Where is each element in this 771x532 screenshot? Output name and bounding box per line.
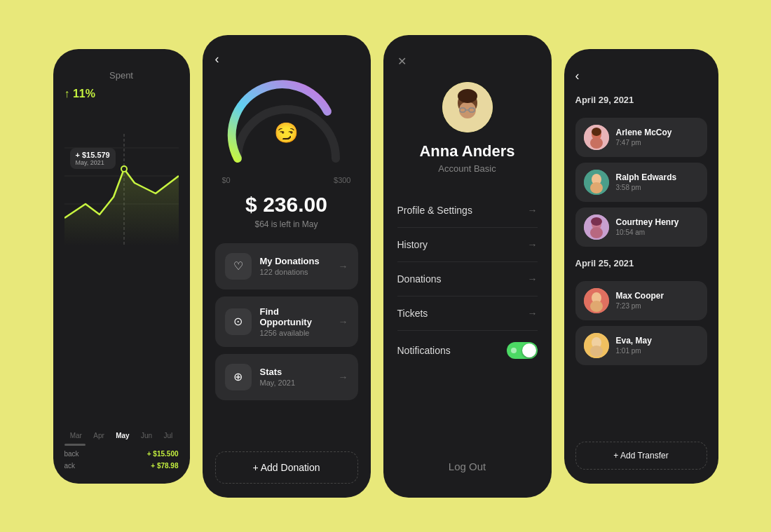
courtney-name: Courtney Henry [616, 217, 699, 227]
profile-name: Anna Anders [397, 142, 538, 161]
ralph-time: 3:58 pm [616, 184, 699, 191]
profile-screen-phone: ✕ [383, 35, 552, 498]
profile-menu: Profile & Settings → History → Donations… [397, 193, 538, 442]
stats-card[interactable]: ⊕ Stats May, 2021 → [215, 354, 358, 400]
history-date-1: April 29, 2021 [575, 95, 707, 105]
history-item-arlene[interactable]: Arlene McCoy 7:47 pm [575, 118, 707, 157]
notifications-toggle[interactable] [507, 342, 538, 359]
history-item-courtney[interactable]: Courtney Henry 10:54 am [575, 207, 707, 247]
svg-marker-4 [64, 169, 179, 246]
chart-svg [64, 106, 179, 246]
donations-menu-label: Donations [397, 273, 442, 285]
svg-point-10 [458, 89, 477, 103]
history-menu-item[interactable]: History → [397, 228, 538, 262]
opportunity-card-sub: 1256 available [260, 329, 330, 337]
chart-area: + $15.579 May, 2021 [64, 106, 179, 422]
svg-point-6 [122, 167, 126, 171]
gauge-container: 😏 [215, 78, 358, 169]
menu-cards: ♡ My Donations 122 donations → ⊙ Find Op… [215, 243, 358, 442]
history-screen-content: ‹ April 29, 2021 Arlene McCoy 7:47 pm [564, 49, 718, 484]
tickets-menu-label: Tickets [397, 308, 428, 319]
gauge-amount: $ 236.00 [215, 193, 358, 217]
donations-arrow-icon: → [339, 261, 348, 272]
donations-menu-arrow-icon: → [528, 273, 538, 285]
courtney-time: 10:54 am [616, 229, 699, 236]
avatar-svg [442, 82, 493, 132]
add-transfer-button[interactable]: + Add Transfer [575, 442, 707, 470]
history-menu-arrow-icon: → [528, 239, 538, 250]
add-donation-button[interactable]: + Add Donation [215, 451, 358, 484]
profile-settings-label: Profile & Settings [397, 205, 472, 216]
eva-time: 1:01 pm [616, 347, 699, 355]
spent-label: Spent [64, 70, 179, 81]
gauge-emoji: 😏 [274, 121, 299, 144]
history-item-ralph[interactable]: Ralph Edwards 3:58 pm [575, 163, 707, 202]
eva-name: Eva, May [616, 336, 699, 346]
chart-tooltip: + $15.579 May, 2021 [70, 148, 116, 169]
stats-card-title: Stats [260, 367, 330, 377]
svg-point-16 [590, 137, 603, 149]
stats-card-sub: May, 2021 [260, 378, 330, 387]
opportunity-icon: ⊙ [225, 308, 252, 335]
max-name: Max Cooper [616, 291, 699, 301]
opportunity-card-title: Find Opportunity [260, 306, 330, 327]
history-menu-label: History [397, 239, 428, 250]
gauge-max: $300 [334, 176, 350, 184]
arlene-time: 7:47 pm [616, 139, 699, 146]
screens-container: Spent ↑ 11% + $15.579 May, 2021 [39, 7, 732, 526]
percent-label: ↑ 11% [64, 88, 179, 100]
ralph-name: Ralph Edwards [616, 172, 699, 182]
history-list: April 29, 2021 Arlene McCoy 7:47 pm [575, 95, 707, 433]
profile-settings-arrow-icon: → [528, 205, 538, 216]
chart-screen-phone: Spent ↑ 11% + $15.579 May, 2021 [53, 49, 190, 484]
tickets-menu-arrow-icon: → [528, 308, 538, 319]
donations-card-sub: 122 donations [260, 268, 330, 276]
ralph-avatar [584, 170, 609, 195]
chart-months: Mar Apr May Jun Jul [64, 432, 179, 439]
profile-account-type: Account Basic [397, 163, 538, 174]
profile-settings-item[interactable]: Profile & Settings → [397, 193, 538, 228]
chart-bottom-items: back + $15.500 ack + $78.98 [64, 450, 179, 470]
gauge-sub: $64 is left in May [215, 219, 358, 229]
donations-icon: ♡ [225, 253, 252, 280]
logout-button[interactable]: Log Out [397, 449, 538, 484]
history-item-eva[interactable]: Eva, May 1:01 pm [575, 326, 707, 365]
tickets-menu-item[interactable]: Tickets → [397, 296, 538, 331]
notifications-menu-label: Notifications [397, 345, 451, 356]
history-date-2: April 25, 2021 [575, 258, 707, 268]
svg-point-17 [592, 128, 601, 136]
profile-screen-content: ✕ [383, 35, 552, 498]
donations-back-button[interactable]: ‹ [215, 52, 358, 67]
stats-icon: ⊕ [225, 364, 252, 390]
chart-item-ack: ack + $78.98 [64, 462, 179, 470]
notifications-menu-item[interactable]: Notifications [397, 331, 538, 370]
toggle-dot [511, 348, 517, 353]
gauge-min: $0 [222, 176, 231, 184]
chart-indicator [64, 444, 86, 446]
profile-avatar [442, 82, 493, 132]
donations-menu-item[interactable]: Donations → [397, 262, 538, 296]
history-back-button[interactable]: ‹ [575, 69, 707, 83]
eva-avatar [584, 333, 609, 358]
max-avatar [584, 288, 609, 313]
chart-screen-content: Spent ↑ 11% + $15.579 May, 2021 [53, 49, 190, 484]
toggle-thumb [522, 343, 536, 357]
stats-arrow-icon: → [339, 371, 348, 383]
tooltip-amount: + $15.579 [76, 151, 110, 159]
donations-screen-phone: ‹ 😏 [203, 35, 371, 498]
opportunity-arrow-icon: → [339, 316, 348, 327]
find-opportunity-card[interactable]: ⊙ Find Opportunity 1256 available → [215, 296, 358, 347]
chart-item-back: back + $15.500 [64, 450, 179, 458]
my-donations-card[interactable]: ♡ My Donations 122 donations → [215, 243, 358, 289]
gauge-labels: $0 $300 [215, 176, 358, 184]
svg-point-27 [590, 301, 603, 312]
max-time: 7:23 pm [616, 302, 699, 310]
svg-point-20 [590, 182, 603, 193]
arlene-name: Arlene McCoy [616, 128, 699, 137]
history-item-max[interactable]: Max Cooper 7:23 pm [575, 281, 707, 320]
profile-close-button[interactable]: ✕ [397, 55, 538, 68]
svg-point-30 [590, 346, 603, 357]
donations-screen-content: ‹ 😏 [203, 35, 371, 498]
history-screen-phone: ‹ April 29, 2021 Arlene McCoy 7:47 pm [564, 49, 718, 484]
svg-point-24 [591, 217, 602, 226]
